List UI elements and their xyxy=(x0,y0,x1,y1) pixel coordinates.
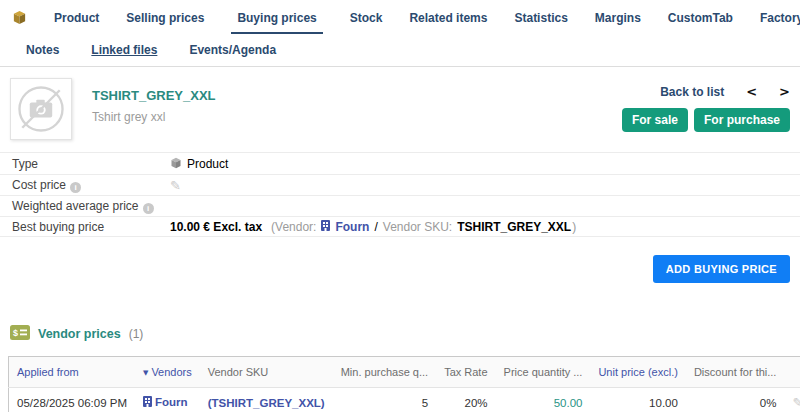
vendor-prices-table: Applied from ▼Vendors Vendor SKU Min. pu… xyxy=(8,356,800,412)
vendor-prices-title: Vendor prices xyxy=(38,327,121,341)
product-type-cube-icon xyxy=(170,157,182,172)
col-vendor-sku[interactable]: Vendor SKU xyxy=(200,357,333,388)
vendor-sku-value: TSHIRT_GREY_XXL xyxy=(457,220,571,234)
vendor-prefix: (Vendor: xyxy=(271,220,316,234)
row-best-buying-price: Best buying price 10.00 € Excl. tax (Ven… xyxy=(0,216,800,237)
vendor-link[interactable]: Fourn xyxy=(155,396,188,408)
product-details-table: Type Product Cost pricei ✎ Weighted aver… xyxy=(0,152,800,237)
tab-factory[interactable]: Factory3 xyxy=(760,11,800,34)
cell-applied-from: 05/28/2025 06:09 PM xyxy=(9,388,135,412)
cell-vendor-sku: (TSHIRT_GREY_XXL) xyxy=(200,388,333,412)
cell-actions: ✎ xyxy=(784,388,800,412)
tab-statistics[interactable]: Statistics xyxy=(514,11,567,34)
row-weighted-average-price: Weighted average pricei xyxy=(0,195,800,216)
money-check-icon: $ xyxy=(10,325,30,343)
for-sale-status-badge: For sale xyxy=(622,108,688,132)
edit-cost-price-icon[interactable]: ✎ xyxy=(170,178,181,193)
row-type: Type Product xyxy=(0,152,800,174)
col-unit-price[interactable]: Unit price (excl.) xyxy=(590,357,685,388)
product-label: Tshirt grey xxl xyxy=(92,110,216,124)
tab-selling-prices[interactable]: Selling prices xyxy=(126,11,204,34)
product-titles: TSHIRT_GREY_XXL Tshirt grey xxl xyxy=(92,78,216,140)
for-purchase-status-badge: For purchase xyxy=(694,108,790,132)
col-vendors[interactable]: ▼Vendors xyxy=(135,357,200,388)
tab-related-items[interactable]: Related items xyxy=(409,11,487,34)
back-to-list-link[interactable]: Back to list xyxy=(660,85,724,99)
tab-factory-label: Factory xyxy=(760,11,800,25)
vendor-prices-count: (1) xyxy=(129,327,144,341)
cell-vendor: Fourn xyxy=(135,388,200,412)
col-applied-from[interactable]: Applied from xyxy=(9,357,135,388)
next-record-icon[interactable]: > xyxy=(779,84,790,99)
tab-margins[interactable]: Margins xyxy=(595,11,641,34)
no-photo-camera-icon xyxy=(12,80,70,138)
weighted-average-price-info-icon[interactable]: i xyxy=(143,203,154,214)
best-price-vendor-link[interactable]: Fourn xyxy=(335,220,369,234)
add-buying-price-button[interactable]: ADD BUYING PRICE xyxy=(653,255,790,283)
cost-price-label: Cost pricei xyxy=(0,178,170,193)
vendor-company-icon xyxy=(143,396,152,409)
best-buying-price-amount: 10.00 € Excl. tax xyxy=(170,220,262,234)
vendor-sku-label: Vendor SKU: xyxy=(383,220,452,234)
edit-row-icon[interactable]: ✎ xyxy=(792,395,800,410)
col-price-quantity[interactable]: Price quantity ... xyxy=(496,357,591,388)
svg-text:$: $ xyxy=(13,328,18,338)
vendor-sku-link[interactable]: (TSHIRT_GREY_XXL) xyxy=(208,397,325,409)
vendor-company-icon xyxy=(321,220,330,234)
col-discount[interactable]: Discount for thi... xyxy=(686,357,785,388)
previous-record-icon[interactable]: < xyxy=(746,84,757,99)
cell-unit-price: 10.00 xyxy=(590,388,685,412)
tab-buying-prices[interactable]: Buying prices xyxy=(231,11,322,34)
vendor-suffix: ) xyxy=(572,220,576,234)
cell-tax-rate: 20% xyxy=(436,388,495,412)
tab-linked-files[interactable]: Linked files xyxy=(91,43,157,57)
tab-notes[interactable]: Notes xyxy=(26,43,59,57)
list-navigation: Back to list < > xyxy=(622,84,790,99)
sort-desc-icon[interactable]: ▼ xyxy=(143,369,148,377)
col-tax-rate[interactable]: Tax Rate xyxy=(436,357,495,388)
tab-customtab[interactable]: CustomTab xyxy=(668,11,733,34)
col-field-selector xyxy=(784,357,800,388)
cell-price-quantity: 50.00 xyxy=(496,388,591,412)
cost-price-info-icon[interactable]: i xyxy=(70,182,81,193)
row-cost-price: Cost pricei ✎ xyxy=(0,174,800,195)
product-tab-bar: Product Selling prices Buying prices Sto… xyxy=(0,0,800,34)
vendor-prices-header: $ Vendor prices (1) xyxy=(10,325,800,343)
action-buttons-row: ADD BUYING PRICE xyxy=(0,237,800,283)
vendor-price-row: 05/28/2025 06:09 PM Fourn (TSHIRT_GREY_X… xyxy=(9,388,800,412)
cell-discount: 0% xyxy=(686,388,785,412)
tab-stock[interactable]: Stock xyxy=(350,11,383,34)
tab-events-agenda[interactable]: Events/Agenda xyxy=(189,43,276,57)
product-reference: TSHIRT_GREY_XXL xyxy=(92,88,216,103)
secondary-tab-bar: Notes Linked files Events/Agenda xyxy=(0,34,800,57)
type-value: Product xyxy=(187,157,228,171)
banner-right: Back to list < > For sale For purchase xyxy=(622,78,790,140)
table-header-row: Applied from ▼Vendors Vendor SKU Min. pu… xyxy=(9,357,800,388)
type-label: Type xyxy=(0,157,170,171)
product-photo-placeholder xyxy=(10,78,72,140)
product-cube-icon xyxy=(12,10,27,28)
product-banner: TSHIRT_GREY_XXL Tshirt grey xxl Back to … xyxy=(0,67,800,150)
status-badges: For sale For purchase xyxy=(622,108,790,132)
tab-product[interactable]: Product xyxy=(54,11,99,34)
weighted-average-price-label: Weighted average pricei xyxy=(0,199,170,214)
col-min-purchase-qty[interactable]: Min. purchase q... xyxy=(333,357,436,388)
vendor-separator: / xyxy=(374,220,377,234)
cell-min-purchase-qty: 5 xyxy=(333,388,436,412)
best-buying-price-label: Best buying price xyxy=(0,220,170,234)
